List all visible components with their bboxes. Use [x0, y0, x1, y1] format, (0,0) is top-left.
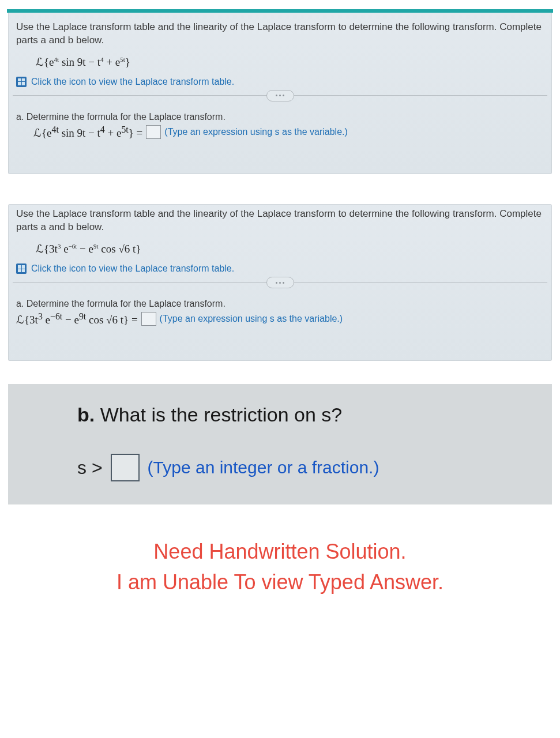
- part-b-rest: What is the restriction on s?: [95, 404, 342, 426]
- problem1-instruction: Use the Laplace transform table and the …: [8, 17, 552, 50]
- part-b-row: s > (Type an integer or a fraction.): [77, 454, 540, 481]
- problem1-part-a-hint: (Type an expression using s as the varia…: [164, 127, 348, 137]
- problem2-part-a-expression: ℒ{3t3 e−6t − e9t cos √6 t} =: [16, 311, 138, 326]
- answer-input-2[interactable]: [141, 312, 156, 326]
- note-line-1: Need Handwritten Solution.: [12, 537, 548, 567]
- note-line-2: I am Unable To view Typed Answer.: [12, 567, 548, 597]
- problem2-instruction: Use the Laplace transform table and the …: [8, 204, 552, 236]
- part-b-prefix: b.: [77, 404, 95, 426]
- problem2-part-a-row: ℒ{3t3 e−6t − e9t cos √6 t} = (Type an ex…: [8, 310, 552, 326]
- accent-bar: [7, 9, 553, 13]
- user-note: Need Handwritten Solution. I am Unable T…: [12, 537, 548, 597]
- expand-pill[interactable]: [266, 277, 294, 288]
- problem-panel-2: Use the Laplace transform table and the …: [8, 204, 552, 361]
- problem2-part-a-hint: (Type an expression using s as the varia…: [160, 314, 343, 324]
- problem1-expression: ℒ{e4t sin 9t − t4 + e5t}: [8, 50, 552, 72]
- problem1-part-a-row: ℒ{e4t sin 9t − t4 + e5t} = (Type an expr…: [8, 123, 552, 140]
- problem1-part-a-expression: ℒ{e4t sin 9t − t4 + e5t} =: [33, 125, 142, 140]
- table-icon: [16, 263, 27, 274]
- problem-panel-1: Use the Laplace transform table and the …: [8, 9, 552, 174]
- problem2-expression: ℒ{3t3 e−6t − e9t cos √6 t}: [8, 236, 552, 259]
- table-icon: [16, 77, 27, 87]
- problem2-part-a-label: a. Determine the formula for the Laplace…: [8, 299, 552, 310]
- part-b-answer-input[interactable]: [111, 454, 140, 481]
- problem1-part-a-label: a. Determine the formula for the Laplace…: [8, 112, 552, 123]
- expand-pill[interactable]: [266, 90, 294, 101]
- part-b-title: b. What is the restriction on s?: [77, 404, 540, 426]
- part-b-lhs: s >: [77, 457, 103, 479]
- view-table-label: Click the icon to view the Laplace trans…: [31, 263, 234, 274]
- part-b-panel: b. What is the restriction on s? s > (Ty…: [8, 384, 552, 504]
- answer-input-1[interactable]: [146, 125, 161, 139]
- view-table-label: Click the icon to view the Laplace trans…: [31, 77, 234, 87]
- part-b-hint: (Type an integer or a fraction.): [148, 458, 379, 477]
